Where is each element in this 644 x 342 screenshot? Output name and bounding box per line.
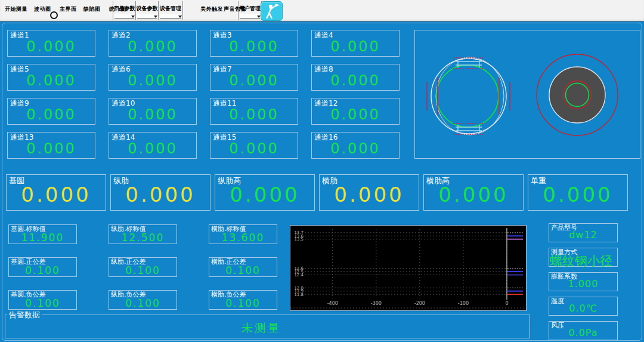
measurement-value: 0.000 [424,183,523,207]
product-params-label: 产品参数 [113,5,135,13]
param-display: 基圆.标称值 11.900 [8,224,77,244]
channel-display: 通道14 0.000 [109,132,197,159]
channel-value: 0.000 [8,72,95,89]
param-value: 11.900 [9,232,76,244]
measurement-display: 纵肋 0.000 [110,174,210,211]
measurement-value: 0.000 [528,183,627,207]
device-params-dropdown[interactable]: 设备参数 [136,1,159,20]
product-field-value: 1.000 [549,278,617,289]
toolbar-item-wave-chart[interactable]: 波动图 [34,5,51,13]
channel-value: 0.000 [109,106,196,123]
product-field: 温度 0.0℃ [549,297,618,316]
measurement-value: 0.000 [320,183,419,207]
measurement-value: 0.000 [7,183,106,207]
channels-grid: 通道1 0.000 通道2 0.000 通道3 0.000 通道4 0.000 … [7,30,400,159]
rebar-cross-section-profile [427,57,510,135]
user-manage-group: 用户管理 [238,1,262,20]
alarm-data-label: 告警数据 [7,310,42,321]
toolbar-item-defect-chart[interactable]: 缺陷图 [83,5,101,13]
tolerance-params-grid: 基圆.标称值 11.900 纵肋.标称值 12.500 横肋.标称值 13.60… [8,224,277,310]
cross-section-diagrams [415,30,640,158]
channel-display: 通道6 0.000 [109,64,197,91]
channel-display: 通道9 0.000 [7,98,95,125]
product-field-value: 螺纹钢小径 [545,252,617,269]
trend-chart-svg: -400-300-200-100013.713.613.512.612.512.… [290,226,525,309]
device-manage-dropdown[interactable]: 设备管理 [159,1,183,20]
channel-display: 通道2 0.000 [109,30,197,57]
channel-display: 通道11 0.000 [210,98,298,125]
channel-value: 0.000 [109,140,196,157]
toolbar: 开始测量 波动图 主界面 缺陷图 统计图 产品参数 设备参数 设备管理 关外触发… [0,0,644,21]
param-value: 0.100 [109,297,177,309]
measurement-display: 单重 0.000 [528,174,628,211]
device-params-label: 设备参数 [136,5,158,13]
channel-value: 0.000 [312,106,399,123]
x-tick-label: -200 [414,301,425,306]
measurements-row: 基圆 0.000 纵肋 0.000 纵肋高 0.000 横肋 0.000 横肋高… [6,174,628,211]
measurement-display: 横肋 0.000 [319,174,419,211]
channel-value: 0.000 [8,140,95,157]
param-display: 纵肋.负公差 0.100 [109,290,177,310]
chevron-down-icon [154,16,157,18]
channel-value: 0.000 [210,106,298,123]
toolbar-item-start-measure[interactable]: 开始测量 [5,5,27,13]
product-field: 测量方式 螺纹钢小径 [549,248,618,267]
chevron-down-icon [178,16,182,18]
channel-display: 通道7 0.000 [210,64,298,91]
param-value: 0.100 [109,264,177,276]
channel-value: 0.000 [210,38,298,55]
product-info-column: 产品型号 dw12 测量方式 螺纹钢小径 膨胀系数 1.000 温度 0.0℃ … [549,223,618,342]
y-tick-label: 11.8 [294,292,304,297]
channel-value: 0.000 [109,38,196,55]
measurement-value: 0.000 [111,183,210,207]
channel-value: 0.000 [210,140,298,157]
channel-value: 0.000 [8,106,95,123]
param-display: 纵肋.标称值 12.500 [109,224,177,244]
param-display: 基圆.负公差 0.100 [8,290,77,310]
x-tick-label: -100 [458,301,469,306]
toolbar-item-main-screen[interactable]: 主界面 [60,5,77,13]
product-params-dropdown[interactable]: 产品参数 [113,1,136,20]
x-tick-label: 0 [505,301,508,306]
param-display: 横肋.标称值 13.600 [209,224,277,244]
x-tick-label: -300 [371,301,382,306]
measurement-status: 未测量 [242,321,281,336]
x-tick-label: -400 [327,301,338,306]
person-with-flag-glyph [261,2,282,20]
user-manage-dropdown[interactable]: 用户管理 [238,1,262,20]
device-manage-label: 设备管理 [159,5,182,13]
channel-display: 通道8 0.000 [311,64,400,91]
measurement-display: 纵肋高 0.000 [215,174,315,211]
param-display: 横肋.负公差 0.100 [209,290,277,310]
param-display: 基圆.正公差 0.100 [8,257,77,277]
y-tick-label: 12.4 [294,273,304,278]
toolbar-item-external-trigger[interactable]: 关外触发 [200,5,223,13]
product-field: 膨胀系数 1.000 [549,272,618,291]
param-value: 13.600 [209,232,277,244]
channel-display: 通道3 0.000 [210,30,298,57]
param-display: 横肋.正公差 0.100 [209,257,277,277]
channel-value: 0.000 [312,140,399,157]
y-tick-label: 13.5 [294,237,304,242]
channel-display: 通道1 0.000 [7,30,95,57]
channel-display: 通道4 0.000 [311,30,400,57]
param-value: 0.100 [9,297,76,309]
parameter-dropdown-group: 产品参数 设备参数 设备管理 [113,1,183,20]
person-with-flag-icon[interactable] [261,1,283,21]
channel-value: 0.000 [312,38,399,55]
channel-display: 通道15 0.000 [210,132,298,159]
scope-panel [414,30,640,159]
measurement-display: 基圆 0.000 [6,174,106,211]
product-field: 风压 0.0Pa [549,321,618,340]
channel-display: 通道10 0.000 [109,98,197,125]
product-field-value: dw12 [549,229,617,241]
channel-display: 通道5 0.000 [7,64,95,91]
channel-display: 通道16 0.000 [311,132,400,159]
rebar-concentric-circles [537,54,618,135]
param-value: 0.100 [9,264,76,276]
user-manage-label: 用户管理 [239,5,261,13]
trend-chart: -400-300-200-100013.713.613.512.612.512.… [290,225,527,311]
measurement-display: 横肋高 0.000 [423,174,524,211]
param-value: 0.100 [209,297,277,309]
param-display: 纵肋.正公差 0.100 [109,257,177,277]
